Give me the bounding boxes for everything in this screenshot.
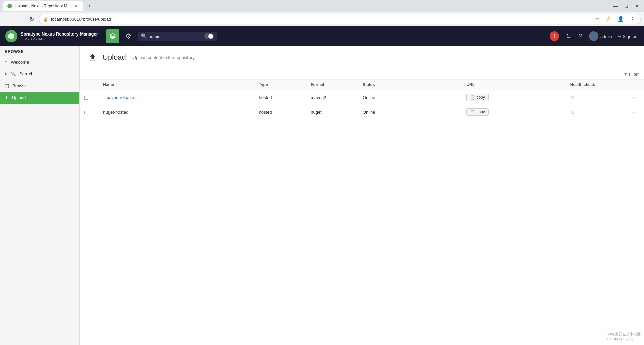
row-name-cell[interactable]: maven-releases — [99, 90, 255, 105]
back-button[interactable]: ← — [3, 15, 13, 23]
sidebar-section-title: Browse — [0, 46, 79, 56]
sidebar-item-label-browse: Browse — [12, 83, 27, 88]
forward-button[interactable]: → — [15, 15, 25, 23]
settings-button[interactable]: ⚙ — [123, 30, 133, 42]
sidebar-item-label-search: Search — [19, 71, 33, 76]
col-header-name[interactable]: Name ↑ — [99, 80, 255, 90]
repositories-table: Name ↑ Type Format Status URL Health che… — [80, 80, 644, 119]
row-name-cell[interactable]: nuget-hosted — [99, 105, 255, 119]
maximize-button[interactable]: □ — [623, 3, 630, 9]
minimize-button[interactable]: — — [611, 3, 620, 9]
row-status-cell: Online — [359, 105, 462, 119]
sign-out-label: Sign out — [623, 34, 639, 39]
repo-icon: ◫ — [84, 95, 88, 100]
browser-tab[interactable]: Upload - Nexus Repository M... ✕ — [3, 1, 83, 11]
sidebar-item-upload[interactable]: ⬆ Upload — [0, 92, 79, 104]
account-icon[interactable]: 👤 — [616, 15, 625, 23]
page-subtitle: Upload content to the repository — [133, 55, 195, 60]
url-text: localhost:8081/#browse/upload — [51, 17, 111, 22]
sign-out-button[interactable]: ↪ Sign out — [618, 34, 639, 39]
reload-button[interactable]: ↻ — [28, 15, 36, 23]
address-icons: ☆ ⚡ 👤 ⋮ — [593, 15, 636, 23]
health-icon-maven: ⊘ — [570, 95, 575, 100]
row-health-cell: ⊘ — [566, 90, 629, 105]
row-type-cell: hosted — [255, 90, 307, 105]
table-header-row: Name ↑ Type Format Status URL Health che… — [80, 80, 644, 90]
row-status-cell: Online — [359, 90, 462, 105]
copy-icon: 📋 — [470, 110, 475, 114]
brand-version: OSS 3.25.0-03 — [21, 37, 98, 41]
row-arrow-icon[interactable]: › — [633, 95, 634, 100]
col-header-type[interactable]: Type — [255, 80, 307, 90]
repo-icon: ◫ — [84, 109, 88, 115]
title-bar: Upload - Nexus Repository M... ✕ + — □ ✕ — [0, 0, 644, 12]
app-container: Sonatype Nexus Repository Manager OSS 3.… — [0, 26, 644, 345]
search-magnify-icon: 🔍 — [141, 33, 147, 39]
row-arrow-icon[interactable]: › — [633, 109, 634, 115]
navbar-right: ! ↻ ? 👤 admin ↪ Sign out — [550, 31, 639, 41]
brand-name: Sonatype Nexus Repository Manager — [21, 31, 98, 37]
watermark: @稀土掘金技术社区CSDN @IT小闯 — [607, 332, 641, 342]
address-bar: ← → ↻ 🔒 localhost:8081/#browse/upload ☆ … — [0, 12, 644, 26]
search-toggle[interactable] — [204, 33, 214, 39]
repo-name-nuget[interactable]: nuget-hosted — [103, 110, 128, 115]
repo-name-link-maven[interactable]: maven-releases — [103, 94, 139, 101]
top-navbar: Sonatype Nexus Repository Manager OSS 3.… — [0, 26, 644, 46]
search-box[interactable]: 🔍 — [138, 32, 217, 41]
upload-icon: ⬆ — [5, 95, 9, 100]
col-header-health[interactable]: Health check — [566, 80, 629, 90]
sidebar-item-search[interactable]: ▶ 🔍 Search — [0, 68, 79, 80]
new-tab-button[interactable]: + — [86, 2, 93, 10]
filter-button[interactable]: ▼ Filter — [623, 72, 639, 77]
table-area: ▼ Filter Name ↑ Type Format — [80, 69, 644, 345]
sort-icon: ↑ — [116, 83, 118, 87]
sidebar-item-welcome[interactable]: ○ Welcome — [0, 56, 79, 68]
star-icon[interactable]: ☆ — [593, 15, 600, 23]
browse-icon: ◫ — [5, 83, 9, 88]
col-header-arrow — [629, 80, 644, 90]
user-name-label: admin — [600, 34, 612, 39]
col-header-status[interactable]: Status — [359, 80, 462, 90]
filter-icon: ▼ — [623, 72, 628, 77]
row-icon-cell: ◫ — [80, 90, 99, 105]
browser-chrome: Upload - Nexus Repository M... ✕ + — □ ✕… — [0, 0, 644, 26]
table-row[interactable]: ◫ nuget-hosted hosted nuget Online 📋 — [80, 105, 644, 119]
tab-close-btn[interactable]: ✕ — [73, 4, 79, 9]
brand-text: Sonatype Nexus Repository Manager OSS 3.… — [21, 31, 98, 41]
filter-label: Filter — [629, 72, 639, 77]
close-button[interactable]: ✕ — [633, 3, 641, 9]
alert-button[interactable]: ! — [550, 31, 559, 41]
sidebar: Browse ○ Welcome ▶ 🔍 Search ◫ Browse ⬆ U… — [0, 46, 80, 345]
sidebar-item-label-welcome: Welcome — [11, 60, 29, 65]
help-button[interactable]: ? — [578, 31, 584, 41]
table-row[interactable]: ◫ maven-releases hosted maven2 Online 📋 — [80, 90, 644, 105]
copy-button-maven[interactable]: 📋 copy — [466, 94, 488, 101]
row-format-cell: nuget — [307, 105, 359, 119]
row-type-cell: hosted — [255, 105, 307, 119]
col-header-icon — [80, 80, 99, 90]
row-arrow-cell[interactable]: › — [629, 90, 644, 105]
expand-arrow-icon: ▶ — [5, 72, 7, 76]
col-header-format[interactable]: Format — [307, 80, 359, 90]
copy-button-nuget[interactable]: 📋 copy — [466, 108, 488, 116]
page-header: Upload Upload content to the repository — [80, 46, 644, 69]
col-header-url[interactable]: URL — [462, 80, 566, 90]
tab-title: Upload - Nexus Repository M... — [15, 4, 71, 8]
address-box[interactable]: 🔒 localhost:8081/#browse/upload ☆ ⚡ 👤 ⋮ — [39, 14, 641, 24]
avatar: 👤 — [589, 31, 598, 41]
search-input[interactable] — [149, 34, 202, 39]
row-arrow-cell[interactable]: › — [629, 105, 644, 119]
sign-out-icon: ↪ — [618, 34, 621, 39]
tab-favicon — [7, 4, 12, 8]
row-url-cell[interactable]: 📋 copy — [462, 105, 566, 119]
extension-icon[interactable]: ⚡ — [604, 15, 613, 23]
sidebar-item-browse[interactable]: ◫ Browse — [0, 80, 79, 92]
refresh-button[interactable]: ↻ — [565, 31, 572, 41]
row-format-cell: maven2 — [307, 90, 359, 105]
menu-icon[interactable]: ⋮ — [629, 15, 636, 23]
row-url-cell[interactable]: 📋 copy — [462, 90, 566, 105]
user-section[interactable]: 👤 admin — [589, 31, 612, 41]
page-upload-icon — [87, 51, 99, 63]
brand-logo — [5, 30, 17, 42]
nav-box-icon[interactable] — [106, 29, 119, 43]
